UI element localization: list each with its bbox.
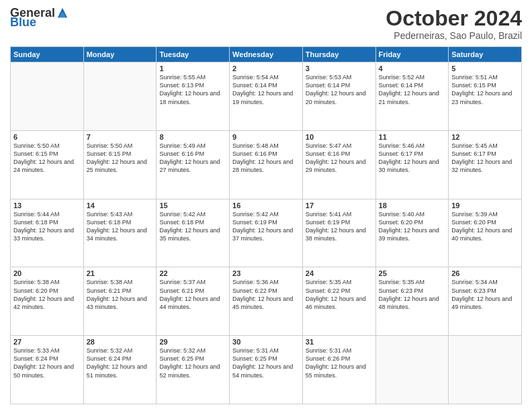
day-number: 6 [13,133,81,141]
day-number: 12 [451,133,519,141]
calendar-header-row: SundayMondayTuesdayWednesdayThursdayFrid… [11,47,522,62]
day-number: 15 [159,201,226,210]
day-info: Sunrise: 5:38 AMSunset: 6:21 PMDaylight:… [87,278,154,311]
day-number: 21 [87,269,154,277]
day-number: 16 [232,201,300,210]
calendar-cell: 26Sunrise: 5:34 AMSunset: 6:23 PMDayligh… [449,267,522,336]
calendar-week-1: 1Sunrise: 5:55 AMSunset: 6:13 PMDaylight… [11,62,522,131]
calendar-header-monday: Monday [83,47,157,62]
calendar-cell: 18Sunrise: 5:40 AMSunset: 6:20 PMDayligh… [375,199,449,267]
day-info: Sunrise: 5:45 AMSunset: 6:17 PMDaylight:… [451,142,519,175]
calendar-cell: 3Sunrise: 5:53 AMSunset: 6:14 PMDaylight… [302,62,375,131]
day-number: 13 [13,201,81,210]
calendar-cell: 24Sunrise: 5:35 AMSunset: 6:22 PMDayligh… [302,267,375,336]
day-number: 7 [87,133,154,141]
day-info: Sunrise: 5:42 AMSunset: 6:19 PMDaylight:… [232,210,300,243]
calendar-cell: 28Sunrise: 5:32 AMSunset: 6:24 PMDayligh… [83,336,157,404]
day-info: Sunrise: 5:53 AMSunset: 6:14 PMDaylight:… [306,73,373,106]
day-number: 2 [232,64,300,73]
calendar-cell: 17Sunrise: 5:41 AMSunset: 6:19 PMDayligh… [302,199,375,267]
day-number: 5 [451,64,519,73]
day-info: Sunrise: 5:55 AMSunset: 6:13 PMDaylight:… [159,73,226,106]
calendar-cell: 9Sunrise: 5:48 AMSunset: 6:16 PMDaylight… [230,130,303,199]
calendar-cell: 23Sunrise: 5:36 AMSunset: 6:22 PMDayligh… [230,267,303,336]
calendar-cell: 19Sunrise: 5:39 AMSunset: 6:20 PMDayligh… [449,199,522,267]
calendar-cell: 27Sunrise: 5:33 AMSunset: 6:24 PMDayligh… [11,336,84,404]
calendar-week-2: 6Sunrise: 5:50 AMSunset: 6:15 PMDaylight… [11,130,522,199]
day-number: 10 [306,133,373,141]
calendar-cell: 16Sunrise: 5:42 AMSunset: 6:19 PMDayligh… [230,199,303,267]
calendar-cell: 7Sunrise: 5:50 AMSunset: 6:15 PMDaylight… [83,130,157,199]
calendar-cell [83,62,157,131]
day-number: 14 [87,201,154,210]
day-info: Sunrise: 5:46 AMSunset: 6:17 PMDaylight:… [379,142,446,175]
calendar-cell: 8Sunrise: 5:49 AMSunset: 6:16 PMDaylight… [157,130,230,199]
day-number: 28 [87,338,154,346]
calendar-cell: 4Sunrise: 5:52 AMSunset: 6:14 PMDaylight… [375,62,449,131]
day-number: 27 [13,338,81,346]
calendar-cell: 10Sunrise: 5:47 AMSunset: 6:16 PMDayligh… [302,130,375,199]
day-number: 25 [379,269,446,277]
day-info: Sunrise: 5:35 AMSunset: 6:23 PMDaylight:… [379,278,446,311]
day-info: Sunrise: 5:50 AMSunset: 6:15 PMDaylight:… [87,142,154,175]
day-info: Sunrise: 5:32 AMSunset: 6:24 PMDaylight:… [87,347,154,379]
month-title: October 2024 [386,7,522,30]
calendar-header-friday: Friday [375,47,449,62]
day-number: 29 [159,338,226,346]
day-info: Sunrise: 5:41 AMSunset: 6:19 PMDaylight:… [306,210,373,243]
day-info: Sunrise: 5:47 AMSunset: 6:16 PMDaylight:… [306,142,373,175]
day-number: 9 [232,133,300,141]
calendar-cell: 14Sunrise: 5:43 AMSunset: 6:18 PMDayligh… [83,199,157,267]
calendar-cell: 22Sunrise: 5:37 AMSunset: 6:21 PMDayligh… [157,267,230,336]
day-info: Sunrise: 5:48 AMSunset: 6:16 PMDaylight:… [232,142,300,175]
calendar: SundayMondayTuesdayWednesdayThursdayFrid… [10,46,522,404]
calendar-cell: 5Sunrise: 5:51 AMSunset: 6:15 PMDaylight… [449,62,522,131]
day-number: 11 [379,133,446,141]
day-number: 4 [379,64,446,73]
calendar-cell: 31Sunrise: 5:31 AMSunset: 6:26 PMDayligh… [302,336,375,404]
calendar-cell: 20Sunrise: 5:38 AMSunset: 6:20 PMDayligh… [11,267,84,336]
day-number: 3 [306,64,373,73]
calendar-header-wednesday: Wednesday [230,47,303,62]
day-info: Sunrise: 5:31 AMSunset: 6:25 PMDaylight:… [232,347,300,379]
calendar-cell: 1Sunrise: 5:55 AMSunset: 6:13 PMDaylight… [157,62,230,131]
day-info: Sunrise: 5:34 AMSunset: 6:23 PMDaylight:… [451,278,519,311]
day-info: Sunrise: 5:54 AMSunset: 6:14 PMDaylight:… [232,73,300,106]
day-number: 23 [232,269,300,277]
logo-blue: Blue [10,16,36,28]
day-number: 30 [232,338,300,346]
location-title: Pederneiras, Sao Paulo, Brazil [386,30,522,41]
day-info: Sunrise: 5:37 AMSunset: 6:21 PMDaylight:… [159,278,226,311]
calendar-cell [11,62,84,131]
calendar-cell: 25Sunrise: 5:35 AMSunset: 6:23 PMDayligh… [375,267,449,336]
day-info: Sunrise: 5:52 AMSunset: 6:14 PMDaylight:… [379,73,446,106]
logo: General Blue [10,7,69,28]
day-info: Sunrise: 5:32 AMSunset: 6:25 PMDaylight:… [159,347,226,379]
calendar-header-saturday: Saturday [449,47,522,62]
page: General Blue October 2024 Pederneiras, S… [0,0,532,411]
day-info: Sunrise: 5:43 AMSunset: 6:18 PMDaylight:… [87,210,154,243]
calendar-header-sunday: Sunday [11,47,84,62]
day-number: 8 [159,133,226,141]
day-number: 26 [451,269,519,277]
day-info: Sunrise: 5:31 AMSunset: 6:26 PMDaylight:… [306,347,373,379]
day-number: 20 [13,269,81,277]
day-number: 31 [306,338,373,346]
header: General Blue October 2024 Pederneiras, S… [10,7,522,41]
day-info: Sunrise: 5:51 AMSunset: 6:15 PMDaylight:… [451,73,519,106]
calendar-cell: 11Sunrise: 5:46 AMSunset: 6:17 PMDayligh… [375,130,449,199]
day-number: 19 [451,201,519,210]
calendar-cell: 2Sunrise: 5:54 AMSunset: 6:14 PMDaylight… [230,62,303,131]
calendar-cell: 12Sunrise: 5:45 AMSunset: 6:17 PMDayligh… [449,130,522,199]
calendar-cell: 6Sunrise: 5:50 AMSunset: 6:15 PMDaylight… [11,130,84,199]
day-info: Sunrise: 5:42 AMSunset: 6:18 PMDaylight:… [159,210,226,243]
day-info: Sunrise: 5:35 AMSunset: 6:22 PMDaylight:… [306,278,373,311]
day-info: Sunrise: 5:39 AMSunset: 6:20 PMDaylight:… [451,210,519,243]
calendar-cell: 13Sunrise: 5:44 AMSunset: 6:18 PMDayligh… [11,199,84,267]
calendar-header-tuesday: Tuesday [157,47,230,62]
calendar-header-thursday: Thursday [302,47,375,62]
day-info: Sunrise: 5:49 AMSunset: 6:16 PMDaylight:… [159,142,226,175]
day-info: Sunrise: 5:33 AMSunset: 6:24 PMDaylight:… [13,347,81,379]
day-info: Sunrise: 5:36 AMSunset: 6:22 PMDaylight:… [232,278,300,311]
calendar-cell [375,336,449,404]
